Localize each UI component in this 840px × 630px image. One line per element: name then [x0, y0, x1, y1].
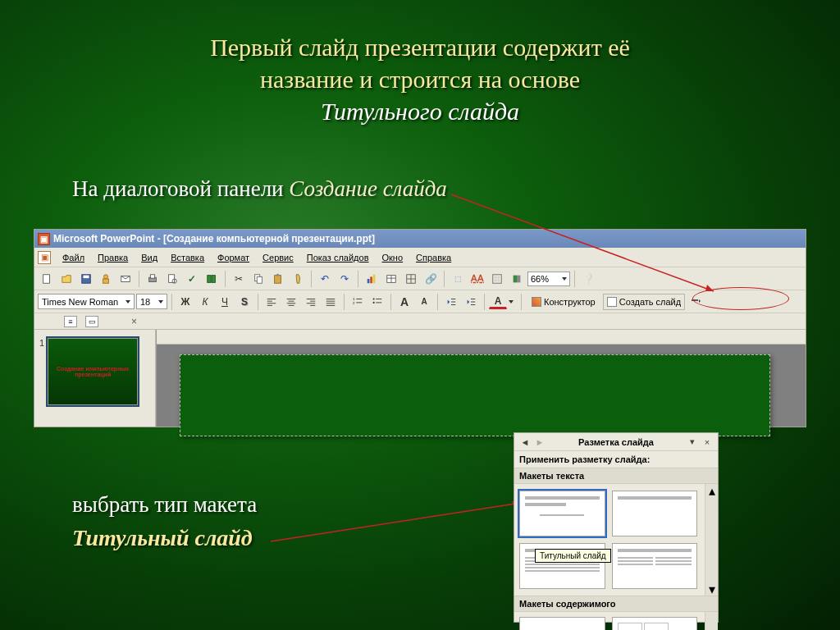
shadow-button[interactable]: S — [235, 293, 253, 311]
layout-two-content[interactable] — [612, 543, 698, 589]
separator — [390, 294, 391, 310]
svg-rect-11 — [212, 275, 215, 282]
color-grayscale-icon[interactable] — [508, 270, 526, 288]
zoom-combo[interactable]: 66% — [527, 272, 570, 286]
svg-rect-31 — [517, 275, 520, 282]
menu-insert[interactable]: Вставка — [165, 251, 210, 264]
app-icon: ▣ — [38, 251, 51, 264]
scroll-up-icon[interactable]: ▴ — [705, 484, 718, 497]
title-line-2: название и строится на основе — [74, 63, 766, 95]
copy-icon[interactable] — [249, 270, 267, 288]
separator — [574, 271, 575, 287]
pane-header: ◄ ► Разметка слайда ▾ × — [514, 433, 718, 451]
svg-rect-62 — [692, 299, 698, 301]
menu-format[interactable]: Формат — [212, 251, 255, 264]
new-doc-icon[interactable] — [38, 270, 56, 288]
designer-button[interactable]: Конструктор — [526, 294, 601, 310]
expand-all-icon[interactable]: ⬚ — [449, 270, 467, 288]
powerpoint-icon: ▣ — [38, 233, 50, 245]
font-combo[interactable]: Times New Roman — [38, 294, 135, 309]
pane-apply-label: Применить разметку слайда: — [514, 451, 718, 468]
slides-tab-icon[interactable]: ▭ — [85, 316, 98, 327]
font-color-icon[interactable]: A — [489, 294, 507, 309]
layout-blank[interactable] — [519, 617, 605, 630]
outline-tab-icon[interactable]: ≡ — [64, 316, 77, 327]
layout-title-slide[interactable] — [519, 491, 605, 536]
menu-file[interactable]: Файл — [57, 251, 90, 264]
permissions-icon[interactable] — [97, 270, 115, 288]
bold-button[interactable]: Ж — [176, 293, 194, 311]
layout-content[interactable] — [612, 617, 698, 630]
paste-icon[interactable] — [269, 270, 287, 288]
pane-menu-icon[interactable]: ▾ — [686, 436, 699, 449]
table-icon[interactable] — [382, 270, 400, 288]
format-painter-icon[interactable] — [289, 270, 307, 288]
pane-scrollbar-2[interactable] — [705, 612, 718, 630]
pane-scrollbar[interactable]: ▴ ▾ — [705, 484, 718, 596]
help-icon[interactable]: ❔ — [579, 270, 597, 288]
chevron-down-icon — [562, 277, 567, 281]
horizontal-ruler — [157, 330, 806, 345]
show-formatting-icon[interactable]: A̱A̱ — [468, 270, 486, 288]
bulleted-list-icon[interactable] — [368, 293, 386, 311]
layout-grid: Титульный слайд — [514, 484, 702, 596]
align-right-icon[interactable] — [302, 293, 320, 311]
toolbar-options-icon[interactable] — [687, 293, 705, 311]
italic-button[interactable]: К — [196, 293, 214, 311]
layout-title-content[interactable]: Титульный слайд — [519, 543, 605, 589]
cut-icon[interactable]: ✂ — [230, 270, 248, 288]
svg-rect-30 — [514, 275, 517, 282]
menu-tools[interactable]: Сервис — [257, 251, 299, 264]
title-emphasis: Титульного слайда — [74, 95, 766, 127]
slide-thumbnail[interactable]: Создание компьютерных презентаций — [48, 338, 138, 405]
pane-title: Разметка слайда — [578, 437, 654, 447]
increase-font-icon[interactable]: A — [395, 293, 413, 311]
separator — [311, 271, 312, 287]
close-pane-icon[interactable]: × — [131, 316, 137, 327]
menu-window[interactable]: Окно — [377, 251, 409, 264]
justify-icon[interactable] — [322, 293, 340, 311]
chart-icon[interactable] — [363, 270, 381, 288]
underline-button[interactable]: Ч — [216, 293, 234, 311]
print-icon[interactable] — [144, 270, 162, 288]
svg-line-65 — [271, 503, 521, 541]
layout-title-only[interactable] — [612, 491, 698, 536]
separator — [344, 294, 345, 310]
decrease-font-icon[interactable]: A — [415, 293, 433, 311]
save-icon[interactable] — [77, 270, 95, 288]
menu-slideshow[interactable]: Показ слайдов — [301, 251, 375, 264]
hyperlink-icon[interactable]: 🔗 — [422, 270, 440, 288]
spellcheck-icon[interactable]: ✓ — [183, 270, 201, 288]
title-line-1: Первый слайд презентации содержит её — [74, 31, 766, 63]
menu-view[interactable]: Вид — [135, 251, 163, 264]
email-icon[interactable] — [116, 270, 135, 288]
slides-panel: 1 Создание компьютерных презентаций — [34, 330, 156, 427]
pane-fwd-icon[interactable]: ► — [533, 436, 546, 449]
tables-borders-icon[interactable] — [402, 270, 420, 288]
font-size-combo[interactable]: 18 — [136, 294, 167, 309]
svg-rect-18 — [373, 274, 376, 283]
scroll-down-icon[interactable]: ▾ — [705, 582, 718, 596]
decrease-indent-icon[interactable] — [442, 293, 460, 311]
align-left-icon[interactable] — [262, 293, 281, 311]
increase-indent-icon[interactable] — [462, 293, 480, 311]
pane-back-icon[interactable]: ◄ — [518, 436, 532, 449]
menu-edit[interactable]: Правка — [92, 251, 134, 264]
grid-icon[interactable] — [488, 270, 506, 288]
redo-icon[interactable]: ↷ — [336, 270, 354, 288]
pane-close-icon[interactable]: × — [701, 436, 714, 449]
slide-layout-pane: ◄ ► Разметка слайда ▾ × Применить размет… — [514, 432, 719, 623]
new-slide-button[interactable]: Создать слайд — [603, 294, 685, 310]
print-preview-icon[interactable] — [163, 270, 181, 288]
chevron-down-icon[interactable] — [509, 300, 514, 304]
align-center-icon[interactable] — [282, 293, 300, 311]
separator — [521, 294, 522, 310]
research-icon[interactable] — [203, 270, 221, 288]
open-icon[interactable] — [57, 270, 75, 288]
svg-rect-15 — [276, 273, 279, 276]
svg-rect-16 — [368, 279, 370, 283]
undo-icon[interactable]: ↶ — [316, 270, 334, 288]
slide-canvas[interactable] — [180, 354, 770, 436]
menu-help[interactable]: Справка — [410, 251, 457, 264]
numbered-list-icon[interactable]: 12 — [349, 293, 367, 311]
